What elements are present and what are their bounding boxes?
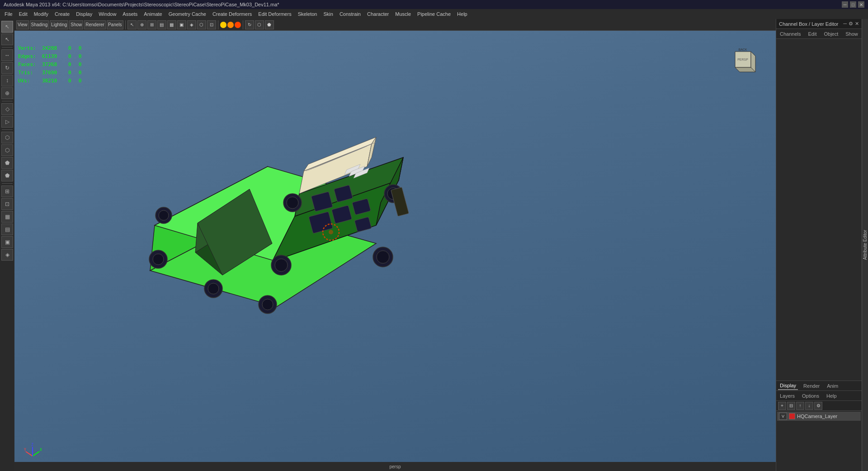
tool-rotate[interactable]: ↻	[1, 62, 13, 74]
layer-down-btn[interactable]: ↓	[805, 402, 813, 410]
tb-anim1[interactable]: ↻	[245, 20, 254, 29]
layer-up-btn[interactable]: ↑	[796, 402, 804, 410]
menu-assets[interactable]: Assets	[120, 10, 140, 18]
tb-icon7[interactable]: ◈	[187, 20, 196, 29]
tool-grid4[interactable]: ▤	[1, 224, 13, 235]
tool-universal[interactable]: ⊕	[1, 87, 13, 99]
tool-show-manipulator[interactable]: ▷	[1, 116, 13, 128]
tb-icon3[interactable]: ⊞	[147, 20, 156, 29]
layer-opt-options[interactable]: Options	[800, 392, 821, 400]
tb-icon6[interactable]: ▣	[177, 20, 186, 29]
tool-soft-mod[interactable]: ◇	[1, 103, 13, 115]
menu-constrain[interactable]: Constrain	[337, 10, 363, 18]
tool-artisan[interactable]: ⬟	[1, 170, 13, 181]
tool-lasso[interactable]: ⬡	[1, 132, 13, 143]
minimize-button[interactable]: ─	[842, 1, 848, 8]
svg-point-42	[153, 254, 164, 265]
tb-icon9[interactable]: ⊡	[207, 20, 216, 29]
menu-window[interactable]: Window	[96, 10, 119, 18]
attribute-editor-tab[interactable]: Attribute Editor	[862, 19, 868, 471]
tool-select[interactable]: ↖	[1, 21, 13, 33]
menu-animate[interactable]: Animate	[141, 10, 165, 18]
menu-geometry-cache[interactable]: Geometry Cache	[166, 10, 209, 18]
tool-grid3[interactable]: ▦	[1, 211, 13, 223]
tool-grid2[interactable]: ⊡	[1, 198, 13, 210]
menu-skeleton[interactable]: Skeleton	[295, 10, 320, 18]
tb-panels[interactable]: Panels	[107, 20, 123, 29]
menu-help[interactable]: Help	[454, 10, 470, 18]
channel-box-settings-icon[interactable]: ⚙	[849, 21, 853, 27]
tab-channels[interactable]: Channels	[778, 30, 802, 38]
tab-edit[interactable]: Edit	[806, 30, 818, 38]
lp-tab-display[interactable]: Display	[778, 382, 798, 390]
tool-scale[interactable]: ↕	[1, 75, 13, 86]
tab-object[interactable]: Object	[822, 30, 840, 38]
menu-create-deformers[interactable]: Create Deformers	[210, 10, 255, 18]
nav-cube[interactable]: BACK PERSP	[726, 47, 758, 79]
layer-opt-layers[interactable]: Layers	[778, 392, 797, 400]
svg-point-32	[329, 230, 333, 234]
tb-icon1[interactable]: ↖	[127, 20, 137, 29]
svg-text:PERSP: PERSP	[737, 58, 748, 61]
menu-edit-deformers[interactable]: Edit Deformers	[255, 10, 294, 18]
layer-opt-help[interactable]: Help	[825, 392, 839, 400]
layer-delete-btn[interactable]: ⊟	[787, 402, 795, 410]
svg-point-44	[262, 299, 273, 310]
tb-lighting[interactable]: Lighting	[50, 20, 68, 29]
tb-icon4[interactable]: ▤	[157, 20, 166, 29]
menu-file[interactable]: File	[2, 10, 15, 18]
tb-shading[interactable]: Shading	[30, 20, 49, 29]
tool-paint[interactable]: ⬡	[1, 144, 13, 156]
layer-new-btn[interactable]: +	[778, 402, 786, 410]
viewport-area: View Shading Lighting Show Renderer Pane…	[14, 19, 776, 471]
close-button[interactable]: ✕	[858, 1, 864, 8]
channel-box-minimize[interactable]: ─	[843, 21, 847, 27]
tb-view[interactable]: View	[16, 20, 29, 29]
layer-panel-tabs: Display Render Anim	[776, 381, 862, 391]
svg-point-40	[287, 197, 298, 209]
tool-select2[interactable]: ↖	[1, 33, 13, 45]
layer-color-swatch[interactable]	[789, 413, 795, 419]
tb-anim2[interactable]: ⬡	[255, 20, 264, 29]
right-side: Channel Box / Layer Editor ─ ⚙ ✕ Channel…	[776, 19, 868, 471]
svg-text:BACK: BACK	[738, 48, 747, 51]
title-bar-controls[interactable]: ─ □ ✕	[842, 1, 864, 8]
tool-grid6[interactable]: ◈	[1, 249, 13, 261]
lp-tab-anim[interactable]: Anim	[825, 382, 840, 390]
tb-circle-red[interactable]	[235, 22, 241, 28]
tool-grid5[interactable]: ▣	[1, 236, 13, 248]
layer-item[interactable]: V HQCamera_Layer	[777, 412, 861, 421]
edges-b: 0	[79, 52, 82, 61]
menu-display[interactable]: Display	[73, 10, 95, 18]
menu-edit[interactable]: Edit	[16, 10, 30, 18]
toolbar-divider3	[2, 129, 13, 130]
3d-model	[105, 53, 444, 347]
viewport-canvas[interactable]: Verts: 24288 0 0 Edges: 61139 0 0 Faces:…	[14, 31, 776, 471]
menu-bar: File Edit Modify Create Display Window A…	[0, 9, 868, 19]
menu-character[interactable]: Character	[364, 10, 392, 18]
layer-visibility[interactable]: V	[779, 413, 787, 420]
menu-create[interactable]: Create	[52, 10, 72, 18]
tb-icon2[interactable]: ⊕	[137, 20, 146, 29]
tool-sculpt[interactable]: ⬟	[1, 157, 13, 169]
menu-muscle[interactable]: Muscle	[392, 10, 414, 18]
tb-circle-yellow[interactable]	[220, 22, 226, 28]
axis-indicator: X Y Z	[24, 442, 42, 462]
lp-tab-render[interactable]: Render	[802, 382, 821, 390]
tab-show[interactable]: Show	[844, 30, 860, 38]
tb-circle-orange[interactable]	[227, 22, 234, 28]
tb-anim3[interactable]: ⬟	[265, 20, 274, 29]
tool-grid1[interactable]: ⊞	[1, 186, 13, 197]
menu-skin[interactable]: Skin	[321, 10, 335, 18]
tb-icon5[interactable]: ▦	[167, 20, 176, 29]
channel-box-close-icon[interactable]: ✕	[855, 21, 859, 27]
tb-icon8[interactable]: ⬡	[197, 20, 206, 29]
tb-show[interactable]: Show	[69, 20, 83, 29]
layer-settings-btn[interactable]: ⚙	[814, 402, 822, 410]
maximize-button[interactable]: □	[850, 1, 856, 8]
tool-move[interactable]: ↔	[1, 49, 13, 61]
menu-pipeline-cache[interactable]: Pipeline Cache	[415, 10, 453, 18]
uvs-b: 0	[79, 77, 82, 85]
menu-modify[interactable]: Modify	[31, 10, 51, 18]
tb-renderer[interactable]: Renderer	[84, 20, 106, 29]
